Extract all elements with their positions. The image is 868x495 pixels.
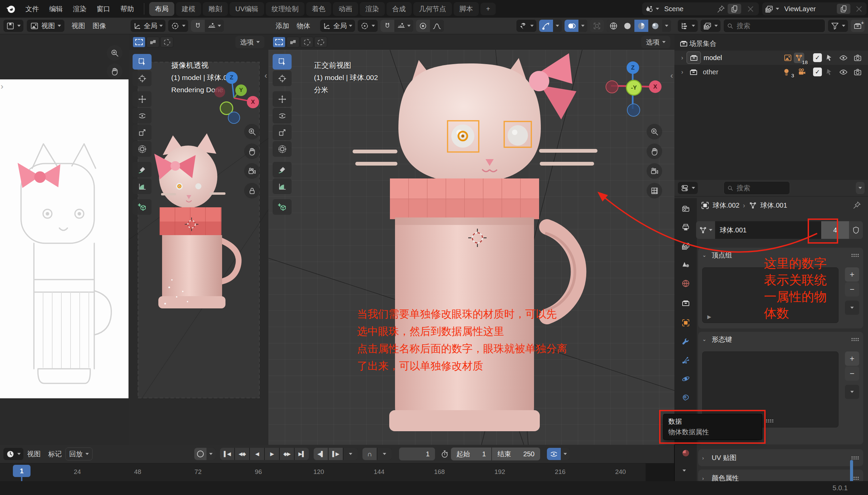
selectable-icon[interactable] xyxy=(822,54,836,62)
show-gizmos-toggle[interactable] xyxy=(539,20,553,32)
solid-shading-button[interactable] xyxy=(620,20,634,32)
tab-render[interactable] xyxy=(674,200,697,217)
collection-name[interactable]: model xyxy=(704,54,722,62)
transport-button[interactable]: ▶▌ xyxy=(295,448,309,460)
frame-start-field[interactable]: 起始1 xyxy=(451,447,491,460)
mesh-id-dropdown[interactable] xyxy=(696,221,715,239)
snap-toggle[interactable] xyxy=(191,20,205,32)
expand-chevron-icon[interactable]: › xyxy=(678,54,687,62)
workspace-tab[interactable]: 脚本 xyxy=(454,2,479,16)
tab-output[interactable] xyxy=(674,219,697,236)
playhead-line[interactable] xyxy=(21,477,22,481)
image-editor-menu-item[interactable]: 图像 xyxy=(89,21,110,31)
tab-object[interactable] xyxy=(674,314,697,331)
move-tool[interactable] xyxy=(132,91,152,107)
new-view-layer-button[interactable] xyxy=(837,4,850,14)
workspace-tab[interactable]: 布局 xyxy=(149,2,174,16)
add-cube-tool[interactable] xyxy=(132,199,152,215)
viewport-menu-item[interactable]: 物体 xyxy=(293,21,314,31)
image-editor-menu-item[interactable]: 视图 xyxy=(68,21,89,31)
gizmo-neg-x-axis[interactable] xyxy=(214,86,225,97)
scene-collection-row[interactable]: 场景集合 xyxy=(674,36,868,51)
remove-vertex-group-button[interactable]: − xyxy=(845,282,859,296)
loop-icon[interactable]: ∩ xyxy=(362,448,377,460)
gizmo-neg-x-axis[interactable] xyxy=(606,81,618,93)
tab-world[interactable] xyxy=(674,275,697,292)
snap-with-dropdown[interactable] xyxy=(205,20,224,32)
select-tweak-mode[interactable] xyxy=(146,37,159,48)
loop-dropdown[interactable] xyxy=(377,448,392,460)
sync-toggle[interactable] xyxy=(547,448,561,460)
workspace-tab[interactable]: 着色 xyxy=(306,2,331,16)
tab-collection[interactable] xyxy=(674,294,697,311)
sidebar-collapse-icon[interactable]: ‹ xyxy=(264,71,267,81)
tab-material[interactable] xyxy=(674,444,697,461)
render-camera-icon[interactable] xyxy=(850,54,865,62)
gizmo-z-axis[interactable]: Z xyxy=(626,62,639,74)
collection-row-other[interactable]: › other 3 ✓ xyxy=(674,65,868,79)
tab-scene[interactable] xyxy=(674,256,697,273)
select-circle-mode[interactable] xyxy=(300,37,313,48)
gizmo-neg-z-axis[interactable] xyxy=(228,112,240,124)
panel-collapse-icon[interactable]: ⌄ xyxy=(702,336,708,342)
options-dropdown[interactable]: 选项 xyxy=(641,36,670,48)
transport-button[interactable]: ▶ xyxy=(265,448,279,460)
select-box-tool[interactable] xyxy=(132,54,152,70)
pan-hand-button[interactable] xyxy=(244,143,260,159)
topbar-menu-item[interactable]: 渲染 xyxy=(68,4,91,14)
editor-type-button[interactable] xyxy=(3,20,23,32)
tab-particles[interactable] xyxy=(674,352,697,369)
topbar-menu-item[interactable]: 窗口 xyxy=(91,4,115,14)
transform-tool[interactable] xyxy=(272,141,291,157)
show-overlays-toggle[interactable] xyxy=(565,20,579,32)
visibility-dropdown[interactable] xyxy=(516,20,536,32)
camera-view-button[interactable] xyxy=(244,163,260,179)
gizmos-dropdown[interactable] xyxy=(553,20,562,32)
panel-title[interactable]: 形态键 xyxy=(712,335,732,344)
select-box-mode[interactable] xyxy=(132,37,145,48)
workspace-tab[interactable]: 动画 xyxy=(333,2,358,16)
workspace-tab[interactable]: 几何节点 xyxy=(413,2,452,16)
shape-key-specials-dropdown[interactable] xyxy=(845,385,859,399)
timeline-menu-item[interactable]: 标记 xyxy=(45,449,66,459)
uv-maps-panel[interactable]: ›UV 贴图 xyxy=(698,449,863,466)
topbar-menu-item[interactable]: 帮助 xyxy=(115,4,139,14)
sync-dropdown[interactable] xyxy=(561,448,570,460)
transport-button[interactable]: ◀◆ xyxy=(235,448,249,460)
snap-with-dropdown[interactable] xyxy=(394,20,413,32)
frame-end-field[interactable]: 结束250 xyxy=(492,447,540,460)
properties-options-dropdown[interactable] xyxy=(856,182,865,194)
measure-tool[interactable] xyxy=(132,178,152,194)
annotate-tool[interactable] xyxy=(272,162,291,177)
material-preview-shading-button[interactable] xyxy=(634,20,648,32)
proportional-falloff-dropdown[interactable] xyxy=(430,20,444,32)
workspace-tab[interactable]: 建模 xyxy=(176,2,201,16)
checkbox-icon[interactable]: ✓ xyxy=(813,68,822,76)
viewport-camera-canvas[interactable]: 摄像机透视(1) model | 球体.002Rendering Done Z … xyxy=(128,50,268,445)
measure-tool[interactable] xyxy=(272,178,291,194)
select-lasso-mode[interactable] xyxy=(314,37,327,48)
resize-grip-icon[interactable] xyxy=(766,419,774,422)
pin-icon[interactable] xyxy=(717,5,725,13)
workspace-tab[interactable]: UV编辑 xyxy=(230,2,264,16)
zoom-button[interactable] xyxy=(646,124,662,139)
drag-handle-icon[interactable] xyxy=(851,253,859,257)
view-layer-name[interactable]: ViewLayer xyxy=(781,5,834,13)
sidebar-collapse-icon[interactable]: ‹ xyxy=(670,71,673,81)
image-editor-canvas[interactable]: › xyxy=(0,34,128,445)
topbar-menu-item[interactable]: 文件 xyxy=(20,4,44,14)
gizmo-neg-y-axis[interactable]: -Y xyxy=(626,80,642,96)
render-camera-icon[interactable] xyxy=(850,68,865,76)
pin-icon[interactable] xyxy=(853,201,861,209)
view-layer-selector[interactable]: ViewLayer xyxy=(762,2,867,15)
remove-shape-key-button[interactable]: − xyxy=(845,366,859,381)
auto-key-dropdown[interactable] xyxy=(207,448,215,460)
timeline-ruler[interactable]: 24487296120144168192216240 1 xyxy=(0,463,674,481)
current-frame-field[interactable]: 1 xyxy=(399,447,435,460)
pivot-point-dropdown[interactable] xyxy=(168,20,188,32)
tab-physics[interactable] xyxy=(674,370,697,387)
tab-modifiers[interactable] xyxy=(674,333,697,350)
move-tool[interactable] xyxy=(272,91,291,107)
collection-row-model[interactable]: › model 18 ✓ xyxy=(674,51,868,65)
panel-collapse-icon[interactable]: ⌄ xyxy=(702,252,708,258)
